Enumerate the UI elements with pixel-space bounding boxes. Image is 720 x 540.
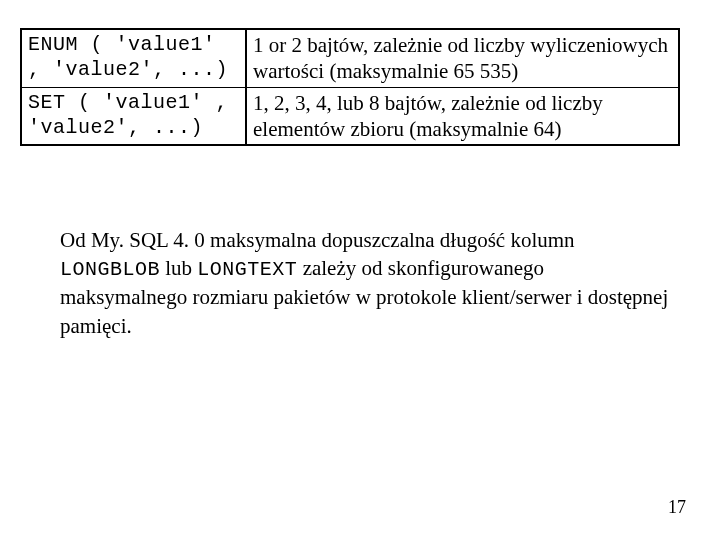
paragraph-text: Od My. SQL 4. 0 maksymalna dopuszczalna … [60, 228, 575, 252]
cell-description: 1 or 2 bajtów, zależnie od liczby wylicz… [246, 29, 679, 87]
code-literal: LONGBLOB [60, 258, 160, 281]
datatypes-table: ENUM ( 'value1' , 'value2', ...) 1 or 2 … [20, 28, 680, 146]
body-paragraph: Od My. SQL 4. 0 maksymalna dopuszczalna … [20, 226, 700, 340]
cell-type: SET ( 'value1' , 'value2', ...) [21, 87, 246, 145]
code-literal: LONGTEXT [197, 258, 297, 281]
table-row: ENUM ( 'value1' , 'value2', ...) 1 or 2 … [21, 29, 679, 87]
paragraph-text: lub [160, 256, 197, 280]
table-row: SET ( 'value1' , 'value2', ...) 1, 2, 3,… [21, 87, 679, 145]
cell-type: ENUM ( 'value1' , 'value2', ...) [21, 29, 246, 87]
document-page: ENUM ( 'value1' , 'value2', ...) 1 or 2 … [0, 0, 720, 360]
page-number: 17 [668, 497, 686, 518]
cell-description: 1, 2, 3, 4, lub 8 bajtów, zależnie od li… [246, 87, 679, 145]
